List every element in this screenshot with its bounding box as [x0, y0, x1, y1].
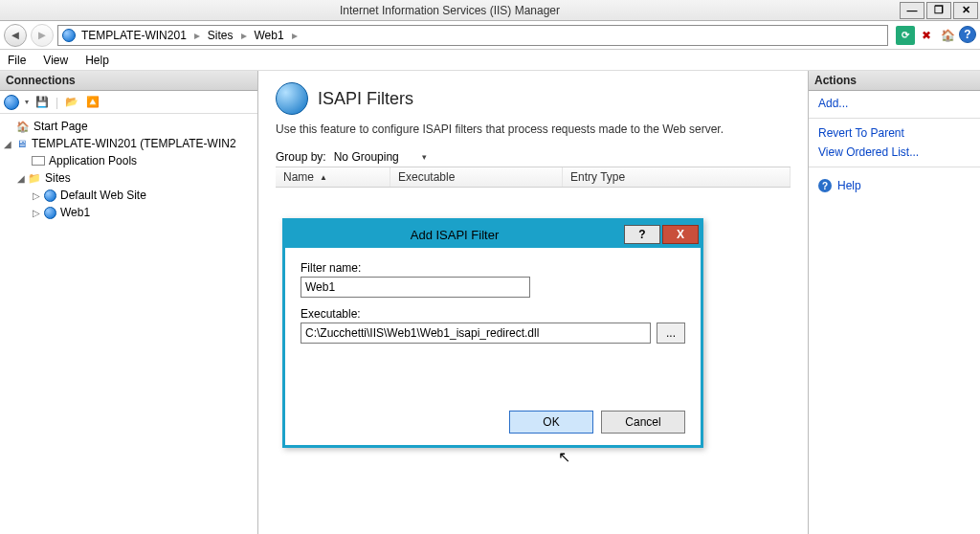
action-add[interactable]: Add... [818, 97, 970, 110]
connections-header: Connections [0, 71, 257, 91]
col-executable[interactable]: Executable [390, 167, 563, 187]
back-button[interactable]: ◄ [4, 24, 27, 47]
actions-pane: Actions Add... Revert To Parent View Ord… [808, 71, 980, 534]
title-bar: Internet Information Services (IIS) Mana… [0, 0, 980, 21]
breadcrumb-web1[interactable]: Web1 [255, 29, 284, 42]
menu-file[interactable]: File [8, 54, 26, 67]
breadcrumb-server[interactable]: TEMPLATE-WIN201 [81, 29, 187, 42]
col-name[interactable]: Name▲ [276, 167, 390, 187]
maximize-button[interactable]: ❐ [926, 2, 951, 19]
home-icon[interactable]: 🏠 [938, 26, 957, 45]
connections-tree: 🏠Start Page ◢🖥TEMPLATE-WIN201 (TEMPLATE-… [0, 114, 257, 225]
connections-toolbar: ▾ 💾 | 📂 🔼 [0, 91, 257, 114]
refresh-icon[interactable]: ⟳ [896, 26, 915, 45]
group-by-dropdown[interactable]: No Grouping▾ [334, 150, 427, 164]
save-icon[interactable]: 💾 [34, 95, 50, 110]
tree-app-pools[interactable]: Application Pools [2, 152, 256, 169]
menu-view[interactable]: View [43, 54, 68, 67]
action-revert[interactable]: Revert To Parent [818, 126, 970, 140]
ok-button[interactable]: OK [509, 411, 593, 434]
close-window-button[interactable]: ✕ [953, 2, 978, 19]
filter-name-input[interactable] [301, 277, 530, 298]
list-header: Name▲ Executable Entry Type [276, 167, 791, 188]
page-description: Use this feature to configure ISAPI filt… [276, 122, 791, 136]
divider [809, 167, 980, 167]
dialog-title-bar[interactable]: Add ISAPI Filter ? X [285, 221, 701, 248]
menu-bar: File View Help [0, 50, 980, 71]
connections-pane: Connections ▾ 💾 | 📂 🔼 🏠Start Page ◢🖥TEMP… [0, 71, 258, 534]
dialog-help-button[interactable]: ? [624, 225, 660, 244]
help-icon: ? [818, 179, 832, 192]
action-ordered[interactable]: View Ordered List... [818, 145, 970, 159]
executable-label: Executable: [301, 307, 685, 321]
address-box[interactable]: TEMPLATE-WIN201 ▸ Sites ▸ Web1 ▸ [57, 25, 888, 46]
chevron-down-icon: ▾ [422, 152, 427, 162]
action-help[interactable]: ?Help [818, 179, 970, 192]
divider [809, 118, 980, 119]
tree-default-site[interactable]: ▷Default Web Site [2, 187, 256, 204]
dialog-close-button[interactable]: X [662, 225, 699, 244]
chevron-right-icon[interactable]: ▸ [239, 29, 249, 42]
filter-name-label: Filter name: [301, 261, 685, 275]
feature-icon [276, 82, 308, 115]
tree-server[interactable]: ◢🖥TEMPLATE-WIN201 (TEMPLATE-WIN2 [2, 135, 256, 152]
tree-start-page[interactable]: 🏠Start Page [2, 118, 256, 135]
group-by-label: Group by: [276, 150, 326, 164]
minimize-button[interactable]: — [900, 2, 924, 19]
actions-header: Actions [809, 71, 980, 91]
connect-icon[interactable] [4, 95, 19, 110]
breadcrumb-sites[interactable]: Sites [208, 29, 234, 42]
tree-web1[interactable]: ▷Web1 [2, 204, 256, 221]
menu-help[interactable]: Help [85, 54, 109, 67]
nav-bar: ◄ ► TEMPLATE-WIN201 ▸ Sites ▸ Web1 ▸ ⟳ ✖… [0, 21, 980, 50]
col-entry-type[interactable]: Entry Type [563, 167, 791, 187]
add-isapi-filter-dialog: Add ISAPI Filter ? X Filter name: Execut… [282, 218, 703, 448]
executable-input[interactable] [301, 323, 651, 344]
open-folder-icon[interactable]: 📂 [64, 95, 79, 110]
browse-button[interactable]: ... [657, 323, 685, 344]
globe-icon [62, 29, 76, 42]
forward-button[interactable]: ► [31, 24, 54, 47]
chevron-right-icon[interactable]: ▸ [192, 29, 202, 42]
dialog-title: Add ISAPI Filter [285, 228, 624, 242]
stop-icon[interactable]: ✖ [917, 26, 936, 45]
help-icon[interactable]: ? [959, 26, 976, 43]
cancel-button[interactable]: Cancel [601, 411, 685, 434]
up-icon[interactable]: 🔼 [85, 95, 100, 110]
sort-asc-icon: ▲ [320, 173, 327, 182]
window-title: Internet Information Services (IIS) Mana… [0, 4, 900, 17]
page-title: ISAPI Filters [318, 89, 413, 109]
tree-sites[interactable]: ◢📁Sites [2, 169, 256, 187]
group-by-row: Group by: No Grouping▾ [276, 147, 791, 167]
chevron-right-icon[interactable]: ▸ [290, 29, 300, 42]
